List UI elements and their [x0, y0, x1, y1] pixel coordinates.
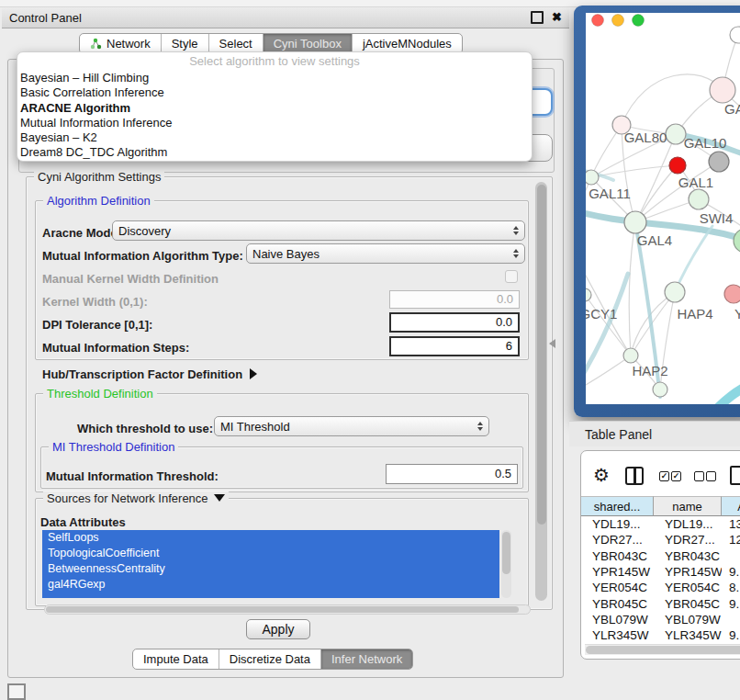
- float-panel-icon[interactable]: [531, 11, 544, 24]
- network-node[interactable]: [586, 170, 599, 185]
- table-row[interactable]: YBR045CYBR045C9.: [581, 595, 740, 611]
- tab-style[interactable]: Style: [162, 34, 209, 53]
- network-node[interactable]: [710, 77, 735, 103]
- network-edge[interactable]: [586, 274, 628, 404]
- table-row[interactable]: YBL079WYBL079W: [581, 612, 740, 627]
- mi-threshold-field[interactable]: 0.5: [386, 464, 518, 484]
- tab-network[interactable]: Network: [80, 34, 162, 53]
- algorithm-option-bayesian-k2[interactable]: Bayesian – K2: [17, 130, 532, 145]
- network-edge[interactable]: [586, 241, 631, 356]
- network-node[interactable]: [653, 382, 667, 397]
- hub-definition-toggle[interactable]: Hub/Transcription Factor Definition: [42, 367, 257, 381]
- settings-group-title: Cyni Algorithm Settings: [34, 170, 164, 184]
- network-edge[interactable]: [675, 226, 712, 292]
- collapse-down-icon: [214, 494, 225, 502]
- tab-discretize-data[interactable]: Discretize Data: [219, 649, 321, 669]
- hub-definition-label: Hub/Transcription Factor Definition: [42, 367, 242, 381]
- tab-impute-data[interactable]: Impute Data: [133, 649, 219, 669]
- which-threshold-combo[interactable]: MI Threshold: [214, 416, 489, 436]
- table-row[interactable]: YDR27...YDR27...12: [581, 532, 740, 548]
- tab-cyni-toolbox[interactable]: Cyni Toolbox: [263, 34, 353, 53]
- network-node[interactable]: [624, 211, 646, 233]
- zoom-window-icon[interactable]: [633, 15, 645, 27]
- tab-select[interactable]: Select: [209, 34, 263, 53]
- table-row[interactable]: YDL19...YDL19...13: [581, 516, 740, 532]
- table-cell: YBL079W: [581, 613, 654, 627]
- deselect-all-checkboxes-icon[interactable]: [694, 471, 716, 481]
- sources-group-title[interactable]: Sources for Network Inference: [43, 491, 229, 505]
- table-cell: YPR145W: [654, 565, 722, 579]
- network-node[interactable]: [586, 288, 591, 301]
- apply-button[interactable]: Apply: [246, 619, 310, 639]
- data-attributes-list[interactable]: SelfLoopsTopologicalCoefficientBetweenne…: [42, 530, 499, 598]
- attribute-item-betweennesscentrality[interactable]: BetweennessCentrality: [42, 561, 499, 577]
- algorithm-option-basic-correlation-inference[interactable]: Basic Correlation Inference: [17, 85, 532, 100]
- mi-threshold-label: Mutual Information Threshold:: [46, 469, 219, 483]
- table-row[interactable]: YPR145WYPR145W9.: [581, 564, 740, 580]
- network-node[interactable]: [669, 157, 686, 174]
- network-node[interactable]: [623, 348, 638, 363]
- control-panel-titlebar: Control Panel ✖: [2, 7, 569, 28]
- network-edge[interactable]: [629, 222, 635, 356]
- network-node[interactable]: [709, 152, 729, 172]
- algorithm-option-mutual-information-inference[interactable]: Mutual Information Inference: [17, 116, 532, 130]
- table-row[interactable]: YER054CYER054C8.: [581, 580, 740, 595]
- data-attributes-label: Data Attributes: [40, 515, 126, 529]
- column-header-name[interactable]: name: [654, 496, 722, 516]
- tab-infer-network[interactable]: Infer Network: [321, 649, 412, 669]
- column-header-a[interactable]: A: [722, 496, 740, 516]
- close-panel-icon[interactable]: ✖: [552, 13, 562, 22]
- export-table-icon[interactable]: [730, 466, 740, 485]
- table-cell: YBR043C: [581, 549, 654, 563]
- mi-type-value: Naive Bayes: [252, 247, 320, 261]
- algorithm-option-aracne-algorithm[interactable]: ARACNE Algorithm: [17, 101, 532, 116]
- close-window-icon[interactable]: [592, 15, 604, 27]
- attribute-item-topologicalcoefficient[interactable]: TopologicalCoefficient: [42, 546, 499, 561]
- network-node[interactable]: [730, 27, 740, 43]
- node-label-hap4: HAP4: [677, 306, 712, 322]
- node-label-swi4: SWI4: [700, 210, 734, 226]
- settings-vertical-scrollbar[interactable]: [535, 182, 547, 601]
- table-row[interactable]: YBR043CYBR043C: [581, 548, 740, 564]
- column-layout-icon[interactable]: [625, 467, 644, 485]
- network-view[interactable]: GALGAL80GAL10GAL1GAL11SWI4GAL4GCY1HAP4YH…: [586, 13, 740, 404]
- attribute-item-selfloops[interactable]: SelfLoops: [42, 530, 499, 546]
- minimized-panel-icon[interactable]: [7, 683, 26, 700]
- splitter-caret-icon[interactable]: [549, 339, 555, 348]
- network-edge[interactable]: [705, 382, 740, 404]
- node-label-gal11: GAL11: [589, 186, 631, 201]
- algorithm-option-dream8-dc-tdc-algorithm[interactable]: Dream8 DC_TDC Algorithm: [17, 145, 532, 160]
- threshold-definition-title: Threshold Definition: [43, 387, 157, 401]
- table-cell: 13: [722, 517, 740, 531]
- dpi-tolerance-field[interactable]: 0.0: [389, 312, 520, 333]
- gear-icon[interactable]: ⚙: [593, 464, 610, 486]
- minimize-window-icon[interactable]: [612, 15, 624, 27]
- manual-kernel-label: Manual Kernel Width Definition: [42, 272, 219, 286]
- manual-kernel-checkbox[interactable]: [505, 270, 518, 283]
- network-canvas[interactable]: GALGAL80GAL10GAL1GAL11SWI4GAL4GCY1HAP4YH…: [586, 13, 740, 404]
- stepper-icon: [472, 422, 483, 431]
- attribute-item-gal4rgexp[interactable]: gal4RGexp: [42, 577, 499, 593]
- table-row[interactable]: YLR345WYLR345W9.: [581, 627, 740, 643]
- network-node[interactable]: [665, 282, 685, 302]
- mi-type-combo[interactable]: Naive Bayes: [246, 243, 525, 264]
- kernel-width-field[interactable]: 0.0: [389, 290, 520, 309]
- table-cell: YDR27...: [581, 533, 654, 547]
- network-node[interactable]: [734, 229, 740, 253]
- node-label-gal: GAL: [724, 101, 740, 117]
- attributes-list-scrollbar[interactable]: [501, 530, 511, 598]
- settings-horizontal-scrollbar[interactable]: [44, 604, 531, 615]
- mi-steps-field[interactable]: 6: [389, 336, 520, 356]
- column-header-shared[interactable]: shared...: [581, 496, 654, 516]
- aracne-mode-combo[interactable]: Discovery: [112, 220, 525, 241]
- table-horizontal-scrollbar[interactable]: [585, 644, 740, 655]
- table-header-row: shared...nameA: [581, 496, 740, 516]
- algorithm-dropdown-popup: Select algorithm to view settings Bayesi…: [17, 51, 533, 162]
- network-node[interactable]: [689, 189, 709, 209]
- algorithm-option-bayesian-hill-climbing[interactable]: Bayesian – Hill Climbing: [17, 71, 532, 85]
- table-cell: YLR345W: [654, 628, 722, 642]
- network-node[interactable]: [724, 285, 740, 303]
- table-cell: YLR345W: [581, 628, 654, 642]
- tab-jactivemnodules[interactable]: jActiveMNodules: [353, 34, 462, 53]
- select-all-checkboxes-icon[interactable]: ✓✓: [659, 471, 681, 481]
